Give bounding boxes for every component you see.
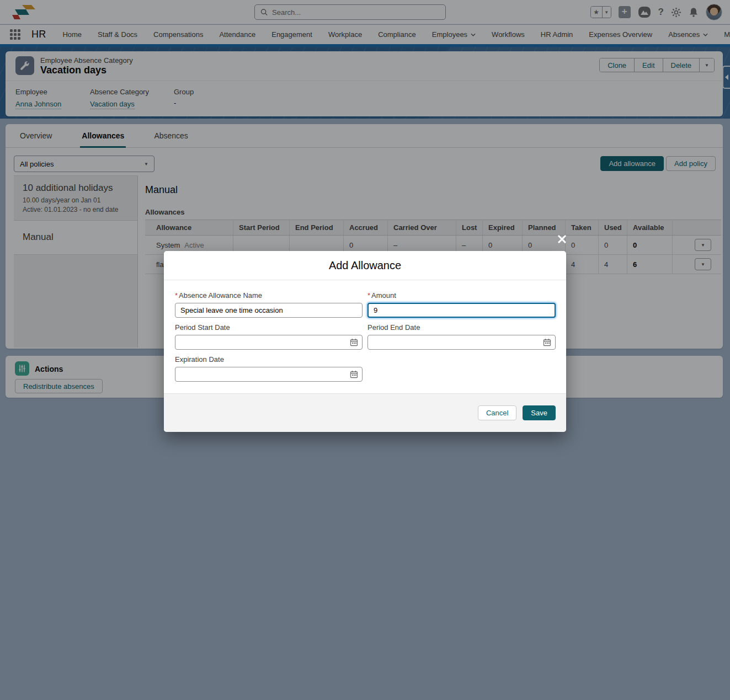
modal-header: Add Allowance [164, 251, 566, 280]
calendar-icon[interactable] [350, 338, 358, 346]
calendar-icon[interactable] [543, 338, 551, 346]
period-end-field: Period End Date [367, 323, 556, 350]
page: ★ ▼ + ? HR Home Staff & Docs Compensatio… [0, 0, 730, 700]
expiration-date-field: Expiration Date [175, 355, 363, 382]
modal-title: Add Allowance [329, 259, 401, 272]
expiration-date-input[interactable] [175, 367, 363, 382]
amount-field: *Amount [367, 291, 556, 318]
modal-footer: Cancel Save [164, 393, 566, 432]
modal-close-button[interactable] [556, 233, 569, 246]
add-allowance-modal: Add Allowance *Absence Allowance Name *A… [164, 251, 566, 432]
required-asterisk: * [175, 291, 178, 300]
period-start-input[interactable] [175, 335, 363, 350]
allowance-name-input[interactable] [175, 303, 363, 318]
required-asterisk: * [367, 291, 370, 300]
period-end-input[interactable] [367, 335, 556, 350]
allowance-name-field: *Absence Allowance Name [175, 291, 363, 318]
period-start-field: Period Start Date [175, 323, 363, 350]
amount-input[interactable] [367, 303, 556, 318]
cancel-button[interactable]: Cancel [478, 405, 516, 420]
calendar-icon[interactable] [350, 370, 358, 378]
save-button[interactable]: Save [523, 405, 556, 420]
